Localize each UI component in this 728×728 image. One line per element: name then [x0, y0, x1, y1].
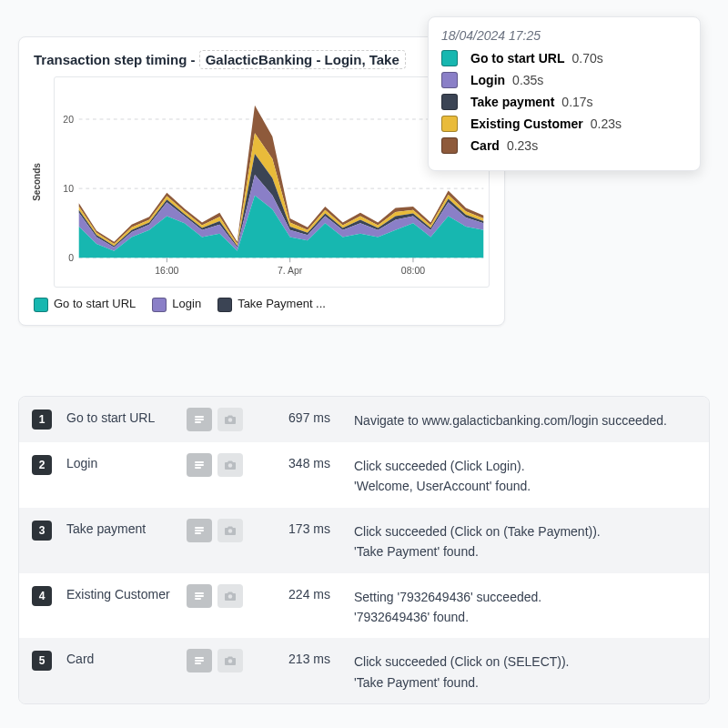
step-description: Click succeeded (Click Login).'Welcome, … — [334, 453, 696, 497]
svg-point-20 — [228, 529, 232, 532]
camera-icon[interactable] — [217, 519, 243, 542]
step-name: Card — [56, 649, 183, 666]
svg-rect-22 — [195, 595, 204, 597]
log-icon[interactable] — [187, 408, 212, 431]
chart-title-prefix: Transaction step timing - — [34, 52, 199, 67]
svg-rect-27 — [195, 662, 201, 664]
svg-point-16 — [228, 463, 232, 467]
step-row: 2 Login 348 ms Click succeeded (Click Lo… — [19, 442, 709, 508]
step-duration: 213 ms — [247, 649, 330, 666]
legend-label: Take Payment ... — [238, 297, 326, 310]
svg-text:10: 10 — [63, 183, 74, 194]
legend-swatch — [217, 298, 232, 312]
svg-rect-18 — [195, 530, 204, 531]
step-description: Click succeeded (Click on (Take Payment)… — [334, 519, 696, 562]
legend-swatch — [152, 298, 167, 312]
step-actions — [187, 408, 243, 431]
log-icon[interactable] — [187, 519, 212, 542]
svg-rect-26 — [195, 660, 204, 662]
tooltip-swatch — [441, 72, 458, 88]
tooltip-swatch — [441, 137, 458, 154]
step-duration: 173 ms — [247, 519, 330, 536]
tooltip-series-value: 0.23s — [507, 138, 538, 153]
tooltip-series-value: 0.35s — [512, 73, 543, 87]
x-tick-label: 7. Apr — [278, 265, 303, 276]
tooltip-swatch — [441, 50, 458, 66]
step-number-badge: 2 — [32, 455, 52, 475]
legend-item[interactable]: Go to start URL — [34, 297, 136, 312]
tooltip-row: Take payment 0.17s — [441, 94, 687, 110]
svg-rect-13 — [195, 461, 204, 463]
tooltip-row: Existing Customer 0.23s — [441, 116, 687, 132]
svg-rect-21 — [195, 592, 204, 594]
tooltip-series-name: Take payment — [470, 95, 554, 109]
area-chart[interactable]: 0102016:007. Apr08:00 — [55, 77, 489, 287]
chart-plot-area[interactable]: Seconds 0102016:007. Apr08:00 — [54, 76, 490, 288]
step-name: Existing Customer — [56, 584, 183, 602]
legend-item[interactable]: Take Payment ... — [217, 297, 326, 312]
legend-swatch — [34, 298, 48, 312]
svg-point-24 — [228, 594, 232, 598]
step-number-badge: 4 — [32, 586, 52, 606]
chart-legend: Go to start URLLoginTake Payment ... — [34, 297, 490, 312]
x-tick-label: 16:00 — [155, 265, 178, 276]
svg-rect-17 — [195, 527, 204, 529]
legend-item[interactable]: Login — [152, 297, 201, 312]
tooltip-swatch — [441, 116, 458, 132]
camera-icon[interactable] — [217, 453, 243, 477]
x-tick-label: 08:00 — [401, 265, 425, 276]
svg-text:20: 20 — [63, 114, 74, 125]
log-icon[interactable] — [187, 584, 212, 608]
chart-title-chip[interactable]: GalacticBanking - Login, Take — [199, 50, 406, 69]
step-row: 1 Go to start URL 697 ms Navigate to www… — [19, 397, 709, 442]
camera-icon[interactable] — [217, 584, 243, 608]
log-icon[interactable] — [187, 453, 212, 477]
step-actions — [187, 584, 243, 608]
tooltip-series-name: Existing Customer — [470, 116, 583, 131]
camera-icon[interactable] — [217, 649, 243, 672]
camera-icon[interactable] — [217, 408, 243, 431]
tooltip-series-value: 0.17s — [561, 95, 592, 109]
chart-tooltip: 18/04/2024 17:25 Go to start URL 0.70s L… — [428, 16, 701, 171]
step-actions — [187, 453, 243, 477]
y-axis-label: Seconds — [32, 163, 42, 201]
log-icon[interactable] — [187, 649, 212, 672]
tooltip-series-name: Card — [470, 138, 500, 153]
svg-text:0: 0 — [68, 252, 74, 263]
step-actions — [187, 649, 243, 672]
svg-rect-9 — [195, 416, 204, 418]
step-number-badge: 3 — [32, 521, 52, 541]
step-number-badge: 1 — [32, 410, 52, 430]
tooltip-series-name: Login — [470, 73, 505, 87]
step-description: Navigate to www.galacticbanking.com/logi… — [334, 408, 696, 430]
step-description: Click succeeded (Click on (SELECT)).'Tak… — [334, 649, 696, 693]
svg-point-28 — [228, 660, 232, 663]
chart-title: Transaction step timing - GalacticBankin… — [34, 50, 490, 69]
step-row: 3 Take payment 173 ms Click succeeded (C… — [19, 508, 709, 573]
svg-rect-10 — [195, 419, 204, 420]
svg-rect-11 — [195, 421, 201, 423]
step-name: Login — [56, 453, 183, 470]
step-name: Go to start URL — [56, 408, 183, 425]
tooltip-series-value: 0.23s — [591, 116, 622, 131]
svg-rect-15 — [195, 467, 201, 469]
legend-label: Login — [172, 297, 201, 310]
step-description: Setting '7932649436' succeeded.'79326494… — [334, 584, 696, 628]
step-actions — [187, 519, 243, 542]
svg-rect-25 — [195, 657, 204, 659]
svg-rect-14 — [195, 464, 204, 466]
svg-rect-23 — [195, 598, 201, 600]
legend-label: Go to start URL — [54, 297, 136, 310]
svg-rect-19 — [195, 532, 201, 534]
tooltip-row: Login 0.35s — [441, 72, 687, 88]
step-row: 4 Existing Customer 224 ms Setting '7932… — [19, 573, 709, 639]
tooltip-time: 18/04/2024 17:25 — [441, 28, 687, 43]
tooltip-series-name: Go to start URL — [470, 51, 564, 66]
tooltip-swatch — [441, 94, 458, 110]
step-duration: 697 ms — [247, 408, 330, 425]
steps-table: 1 Go to start URL 697 ms Navigate to www… — [18, 396, 710, 704]
step-number-badge: 5 — [32, 651, 52, 671]
step-row: 5 Card 213 ms Click succeeded (Click on … — [19, 638, 709, 703]
svg-point-12 — [228, 418, 232, 421]
step-duration: 224 ms — [247, 584, 330, 602]
